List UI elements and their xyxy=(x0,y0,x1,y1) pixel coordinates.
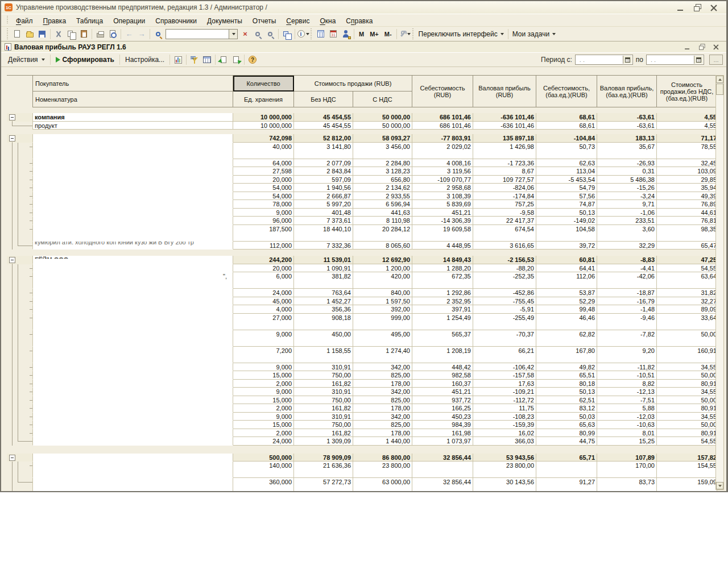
value-cell[interactable]: 45,000 xyxy=(233,297,294,306)
nomenclature-cell[interactable] xyxy=(32,396,233,405)
value-cell[interactable]: 34,55 xyxy=(657,363,717,372)
value-cell[interactable]: 656,80 xyxy=(353,176,412,184)
find-next-icon[interactable] xyxy=(251,28,264,40)
value-cell[interactable]: 31,82 xyxy=(657,289,717,297)
menu-Операции[interactable]: Операции xyxy=(108,15,150,27)
value-cell[interactable]: 71,17 xyxy=(657,134,717,143)
value-cell[interactable]: 86 800,00 xyxy=(353,454,412,462)
value-cell[interactable]: 20,000 xyxy=(233,176,294,184)
value-cell[interactable]: 103,09 xyxy=(657,167,717,176)
nomenclature-cell[interactable] xyxy=(32,167,233,176)
table-settings-icon[interactable] xyxy=(201,53,213,66)
customer-cell[interactable] xyxy=(32,134,233,143)
value-cell[interactable]: 1 940,56 xyxy=(294,184,353,192)
nomenclature-cell[interactable] xyxy=(32,437,233,446)
value-cell[interactable]: 57 272,73 xyxy=(294,478,353,492)
value-cell[interactable]: 8,82 xyxy=(597,380,657,388)
value-cell[interactable]: 166,25 xyxy=(412,404,473,413)
value-cell[interactable]: 840,00 xyxy=(353,289,412,297)
col-header-sales[interactable]: Стоимость продажи (RUB) xyxy=(294,76,412,92)
value-cell[interactable]: 20 284,12 xyxy=(353,225,412,242)
value-cell[interactable]: 310,91 xyxy=(294,388,353,396)
value-cell[interactable]: 109 727,57 xyxy=(473,176,536,184)
value-cell[interactable]: 750,00 xyxy=(294,396,353,405)
value-cell[interactable]: 5 486,38 xyxy=(597,176,657,184)
info-icon[interactable]: i xyxy=(297,28,309,40)
value-cell[interactable]: 35,67 xyxy=(597,143,657,159)
col-header-nomenclature[interactable]: Номенклатура xyxy=(32,92,233,107)
value-cell[interactable]: 982,58 xyxy=(412,371,473,380)
value-cell[interactable]: -12,13 xyxy=(597,388,657,396)
collapse-expander-icon[interactable] xyxy=(9,257,15,263)
value-cell[interactable]: -10,63 xyxy=(597,421,657,429)
value-cell[interactable]: 50,13 xyxy=(536,388,597,396)
value-cell[interactable]: 1 200,00 xyxy=(353,264,412,273)
value-cell[interactable]: 1 073,97 xyxy=(412,437,473,446)
value-cell[interactable]: 451,21 xyxy=(412,388,473,396)
value-cell[interactable]: 23 800,00 xyxy=(353,462,412,478)
value-cell[interactable]: 4 008,16 xyxy=(412,159,473,168)
value-cell[interactable]: 20,000 xyxy=(233,264,294,273)
value-cell[interactable]: 44,61 xyxy=(657,209,717,217)
value-cell[interactable]: 3 141,80 xyxy=(294,143,353,159)
value-cell[interactable]: -1,48 xyxy=(597,305,657,314)
value-cell[interactable]: 11 539,01 xyxy=(294,256,353,264)
value-cell[interactable]: 66,21 xyxy=(473,347,536,363)
value-cell[interactable]: 392,00 xyxy=(353,305,412,314)
value-cell[interactable]: -255,49 xyxy=(473,314,536,330)
value-cell[interactable]: 91,27 xyxy=(536,478,597,492)
value-cell[interactable]: 63,64 xyxy=(657,272,717,289)
value-cell[interactable]: 244,200 xyxy=(233,256,294,264)
value-cell[interactable]: 1 158,55 xyxy=(294,347,353,363)
search-dropdown-button[interactable] xyxy=(229,29,238,39)
value-cell[interactable]: 14 849,43 xyxy=(412,256,473,264)
value-cell[interactable]: 15,25 xyxy=(597,437,657,446)
value-cell[interactable]: 170,00 xyxy=(597,462,657,478)
value-cell[interactable]: 495,00 xyxy=(353,330,412,347)
value-cell[interactable]: 686 101,46 xyxy=(412,122,473,130)
load-settings-icon[interactable] xyxy=(230,53,242,66)
nomenclature-cell[interactable] xyxy=(32,314,233,330)
value-cell[interactable]: 420,00 xyxy=(353,272,412,289)
nomenclature-cell[interactable]: продукт xyxy=(32,122,233,130)
value-cell[interactable]: 68,61 xyxy=(536,122,597,130)
value-cell[interactable]: 6 596,94 xyxy=(353,200,412,209)
value-cell[interactable]: -157,58 xyxy=(473,371,536,380)
value-cell[interactable]: 397,91 xyxy=(412,305,473,314)
value-cell[interactable]: 34,55 xyxy=(657,388,717,396)
value-cell[interactable]: 15,000 xyxy=(233,371,294,380)
customer-cell[interactable]: ГЁЙМ ООО xyxy=(32,256,233,264)
search-clear-icon[interactable]: × xyxy=(239,28,251,40)
collapse-expander-icon[interactable] xyxy=(9,114,15,120)
value-cell[interactable]: 825,00 xyxy=(353,396,412,405)
value-cell[interactable]: -1,06 xyxy=(597,209,657,217)
value-cell[interactable]: -104,84 xyxy=(536,134,597,143)
search-icon[interactable] xyxy=(152,28,164,40)
my-tasks-button[interactable]: Мои задачи xyxy=(510,29,558,39)
value-cell[interactable]: -14 306,39 xyxy=(412,217,473,225)
value-cell[interactable]: 112,06 xyxy=(536,272,597,289)
value-cell[interactable]: 11,75 xyxy=(473,404,536,413)
nomenclature-cell[interactable] xyxy=(32,429,233,438)
value-cell[interactable]: -11,82 xyxy=(597,363,657,372)
value-cell[interactable]: -5,91 xyxy=(473,305,536,314)
menu-Таблица[interactable]: Таблица xyxy=(71,15,108,27)
value-cell[interactable]: 448,42 xyxy=(412,363,473,372)
value-cell[interactable]: 597,09 xyxy=(294,176,353,184)
nomenclature-cell[interactable] xyxy=(32,363,233,372)
value-cell[interactable]: -12,03 xyxy=(597,413,657,421)
value-cell[interactable]: 47,25 xyxy=(657,256,717,264)
value-cell[interactable]: 45 454,55 xyxy=(294,113,353,122)
value-cell[interactable]: -1 723,36 xyxy=(473,159,536,168)
value-cell[interactable]: 140,000 xyxy=(233,462,294,478)
memory-minus-button[interactable]: M- xyxy=(382,30,395,39)
value-cell[interactable]: 54,55 xyxy=(657,264,717,273)
value-cell[interactable]: 78,000 xyxy=(233,200,294,209)
value-cell[interactable]: 999,00 xyxy=(353,314,412,330)
value-cell[interactable]: 21 636,36 xyxy=(294,462,353,478)
value-cell[interactable]: 9,000 xyxy=(233,413,294,421)
print-icon[interactable] xyxy=(94,28,106,40)
nomenclature-cell[interactable] xyxy=(32,413,233,421)
value-cell[interactable]: 686 101,46 xyxy=(412,113,473,122)
nomenclature-cell[interactable] xyxy=(32,209,233,217)
